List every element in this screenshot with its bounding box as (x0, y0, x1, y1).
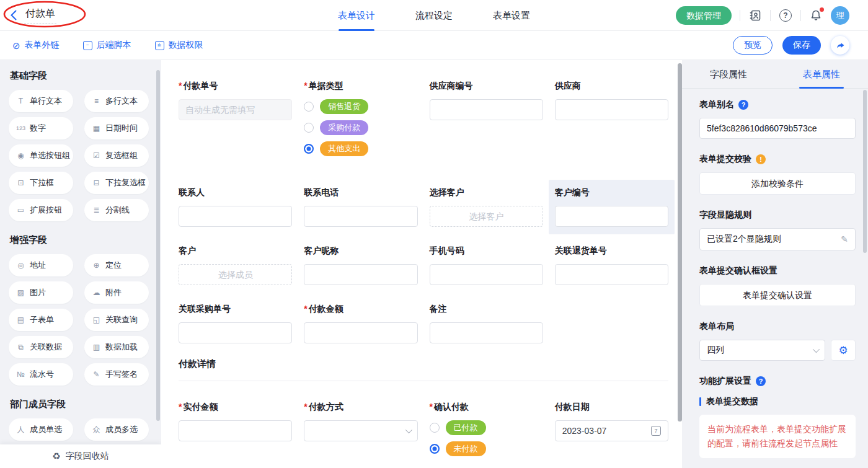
field-confirm-payment[interactable]: 确认付款 已付款 未付款 (430, 402, 543, 462)
canvas-scrollbar[interactable] (678, 63, 682, 422)
help-icon[interactable]: ? (779, 9, 792, 22)
app-header: 付款单 表单设计 流程设定 表单设置 数据管理 ? (0, 0, 868, 31)
form-alias-input[interactable]: 5fef3c828610d86079b573ce (699, 118, 856, 139)
remark-input[interactable] (430, 322, 543, 343)
doc-type-option-other-expense[interactable]: 其他支出 (304, 141, 417, 156)
sidebar-item-divider-line[interactable]: ≣分割线 (84, 199, 149, 221)
customer-member-picker[interactable]: 选择成员 (179, 264, 292, 285)
sidebar-item-datetime[interactable]: ▦日期时间 (84, 117, 149, 139)
sidebar-item-linked-query[interactable]: ◱关联查询 (84, 309, 149, 331)
field-recycle-bin[interactable]: ♻ 字段回收站 (0, 444, 161, 468)
field-payment-date[interactable]: 付款日期 2023-03-07 7 (555, 402, 668, 462)
field-supplier-no[interactable]: 供应商编号 (430, 81, 543, 162)
notification-bell-icon[interactable] (809, 9, 823, 22)
help-icon[interactable]: ? (756, 376, 766, 386)
backend-script-link[interactable]: ~ 后端脚本 (83, 40, 131, 51)
sidebar-item-single-text[interactable]: T单行文本 (9, 90, 73, 112)
field-contact-phone[interactable]: 联系电话 (304, 187, 417, 227)
confirm-option-unpaid[interactable]: 未付款 (430, 441, 543, 456)
field-contact[interactable]: 联系人 (179, 187, 292, 227)
payment-no-input[interactable]: 自动生成无需填写 (179, 99, 292, 120)
contacts-book-icon[interactable] (748, 9, 762, 22)
contact-phone-input[interactable] (304, 206, 417, 227)
return-no-input[interactable] (555, 264, 668, 285)
payment-method-select[interactable] (304, 420, 417, 441)
panel-scrollbar[interactable] (863, 90, 867, 253)
mobile-input[interactable] (430, 264, 543, 285)
sidebar-item-image[interactable]: ▨图片 (9, 281, 73, 304)
supplier-input[interactable] (555, 99, 668, 120)
tab-flow-settings[interactable]: 流程设定 (415, 0, 453, 31)
sidebar-item-linked-data[interactable]: ⧉关联数据 (9, 336, 73, 358)
field-return-no[interactable]: 关联退货单号 (555, 245, 668, 285)
share-button[interactable] (831, 36, 849, 55)
sidebar-item-data-load[interactable]: ▥数据加载 (84, 336, 149, 358)
group-visibility-rules: 字段显隐规则 已设置2个显隐规则 ✎ (699, 210, 856, 250)
sidebar-item-multi-text[interactable]: ≡多行文本 (84, 90, 149, 112)
divider (740, 10, 740, 21)
field-remark[interactable]: 备注 (430, 304, 543, 343)
form-row: 付款单号 自动生成无需填写 单据类型 销售退货 采购付款 其他支 (179, 81, 668, 162)
field-doc-type[interactable]: 单据类型 销售退货 采购付款 其他支出 (304, 81, 417, 162)
field-customer-nick[interactable]: 客户昵称 (304, 245, 417, 285)
sidebar-item-member-single[interactable]: 人成员单选 (9, 418, 73, 441)
contact-input[interactable] (179, 206, 292, 227)
field-payment-no[interactable]: 付款单号 自动生成无需填写 (179, 81, 292, 162)
sidebar-item-number[interactable]: 123数字 (9, 117, 73, 139)
save-button[interactable]: 保存 (782, 36, 821, 55)
customer-no-input[interactable] (555, 206, 668, 227)
field-payment-method[interactable]: 付款方式 (304, 402, 417, 462)
field-supplier[interactable]: 供应商 (555, 81, 668, 162)
purchase-no-input[interactable] (179, 322, 292, 343)
sidebar-item-location[interactable]: ⊕定位 (84, 254, 149, 276)
sidebar-item-attachment[interactable]: ☁附件 (84, 281, 149, 304)
doc-type-option-purchase-payment[interactable]: 采购付款 (304, 120, 417, 135)
doc-type-option-sales-return[interactable]: 销售退货 (304, 99, 417, 114)
sidebar-scrollbar[interactable] (156, 70, 160, 421)
sidebar-item-signature[interactable]: ✎手写签名 (84, 363, 149, 386)
sidebar-item-extend-button[interactable]: ▭扩展按钮 (9, 199, 73, 221)
data-manage-button[interactable]: 数据管理 (676, 6, 732, 25)
edit-icon[interactable]: ✎ (841, 234, 848, 244)
payment-date-input[interactable]: 2023-03-07 7 (555, 420, 668, 441)
field-select-customer[interactable]: 选择客户 选择客户 (430, 187, 543, 227)
preview-button[interactable]: 预览 (733, 36, 773, 55)
form-layout-select[interactable]: 四列 (699, 340, 825, 361)
page-title[interactable]: 付款单 (24, 6, 56, 24)
field-mobile[interactable]: 手机号码 (430, 245, 543, 285)
field-customer[interactable]: 客户 选择成员 (179, 245, 292, 285)
tab-form-properties[interactable]: 表单属性 (775, 60, 868, 88)
select-customer-picker[interactable]: 选择客户 (430, 206, 543, 227)
sidebar-item-radio-group[interactable]: ◉单选按钮组 (9, 144, 73, 167)
form-external-link[interactable]: ⊘ 表单外链 (12, 40, 60, 51)
sidebar-item-address[interactable]: ◎地址 (9, 254, 73, 276)
back-icon[interactable] (10, 10, 17, 20)
avatar[interactable]: 理 (831, 6, 849, 25)
sidebar-item-multi-select[interactable]: ⊟下拉复选框 (84, 172, 149, 194)
add-validation-button[interactable]: 添加校验条件 (699, 172, 856, 195)
field-actual-amount[interactable]: 实付金额 (179, 402, 292, 462)
amount-input[interactable] (304, 322, 417, 343)
sidebar-item-select[interactable]: ⊡下拉框 (9, 172, 73, 194)
field-customer-no[interactable]: 客户编号 (555, 187, 668, 227)
sidebar-item-member-multi[interactable]: 众成员多选 (84, 418, 149, 441)
field-amount[interactable]: 付款金额 (304, 304, 417, 343)
sidebar-item-subform[interactable]: ▤子表单 (9, 309, 73, 331)
tab-form-settings[interactable]: 表单设置 (493, 0, 530, 31)
submit-confirm-settings-button[interactable]: 表单提交确认设置 (699, 284, 856, 306)
supplier-no-input[interactable] (430, 99, 543, 120)
actual-amount-input[interactable] (179, 420, 292, 441)
tab-field-properties[interactable]: 字段属性 (682, 60, 775, 88)
confirm-option-paid[interactable]: 已付款 (430, 420, 543, 435)
visibility-rules-box[interactable]: 已设置2个显隐规则 ✎ (699, 228, 856, 250)
app-body: 基础字段 T单行文本 ≡多行文本 123数字 ▦日期时间 ◉单选按钮组 ☑复选框… (0, 60, 868, 468)
sidebar-item-serial-number[interactable]: №流水号 (9, 363, 73, 386)
data-permission-link[interactable]: ılı 数据权限 (155, 40, 203, 51)
button-icon: ▭ (16, 206, 25, 214)
sidebar-item-checkbox-group[interactable]: ☑复选框组 (84, 144, 149, 167)
field-purchase-no[interactable]: 关联采购单号 (179, 304, 292, 343)
tab-form-design[interactable]: 表单设计 (338, 0, 375, 31)
help-icon[interactable]: ? (738, 100, 748, 110)
customer-nick-input[interactable] (304, 264, 417, 285)
layout-settings-button[interactable]: ⚙ (831, 340, 856, 361)
